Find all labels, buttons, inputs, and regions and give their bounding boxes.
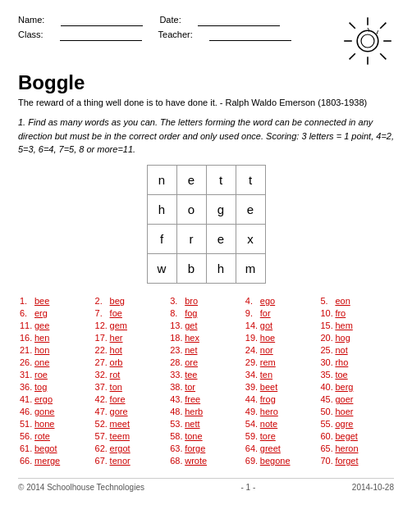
word-number: 62. xyxy=(95,443,110,453)
word-value: merge xyxy=(34,456,60,466)
word-number: 31. xyxy=(20,370,34,380)
word-number: 54. xyxy=(245,419,260,429)
page-title: Boggle xyxy=(18,71,394,94)
teacher-field[interactable] xyxy=(209,30,291,41)
word-value: ergo xyxy=(34,394,53,404)
word-value: hoe xyxy=(260,333,275,343)
word-value: rho xyxy=(335,357,348,367)
word-value: tee xyxy=(185,370,197,380)
word-number: 65. xyxy=(320,443,335,453)
word-number: 69. xyxy=(245,456,260,466)
word-number: 6. xyxy=(20,308,34,318)
word-value: begone xyxy=(260,456,291,466)
word-number: 41. xyxy=(20,394,34,404)
word-item: 45.goer xyxy=(318,393,394,405)
word-number: 68. xyxy=(170,456,185,466)
word-value: gone xyxy=(34,407,54,416)
word-value: hoer xyxy=(335,407,353,416)
word-number: 24. xyxy=(245,345,260,355)
word-value: forget xyxy=(335,456,358,466)
word-value: orb xyxy=(110,357,123,367)
word-item: 67.tenor xyxy=(94,455,169,466)
word-item: 32.rot xyxy=(94,369,169,380)
word-value: beet xyxy=(260,382,277,392)
word-number: 51. xyxy=(20,419,34,429)
word-item: 62.ergot xyxy=(94,443,169,454)
word-value: teem xyxy=(110,431,130,441)
word-item: 70.forget xyxy=(318,455,394,466)
word-item: 55.ogre xyxy=(318,418,394,430)
word-value: erg xyxy=(34,308,48,318)
word-value: goer xyxy=(335,394,353,404)
word-item: 57.teem xyxy=(94,430,169,442)
word-number: 30. xyxy=(320,357,335,367)
word-number: 5. xyxy=(320,296,335,306)
word-value: nett xyxy=(185,419,199,429)
word-item: 9.for xyxy=(244,307,319,319)
word-item: 50.hoer xyxy=(318,406,394,417)
word-number: 25. xyxy=(320,345,335,355)
word-item: 4.ego xyxy=(244,295,319,307)
word-number: 22. xyxy=(95,345,110,355)
word-value: free xyxy=(185,394,200,404)
word-item: 10.fro xyxy=(318,307,394,319)
word-number: 58. xyxy=(170,431,185,441)
word-number: 59. xyxy=(245,431,260,441)
word-number: 1. xyxy=(20,296,34,306)
word-number: 35. xyxy=(320,370,335,380)
word-item: 37.ton xyxy=(94,381,169,393)
word-item: 24.nor xyxy=(244,344,319,356)
word-item: 54.note xyxy=(244,418,319,430)
name-label: Name: xyxy=(18,15,44,26)
word-number: 63. xyxy=(170,443,185,453)
word-value: foe xyxy=(110,308,122,318)
word-item: 27.orb xyxy=(94,357,169,368)
word-number: 50. xyxy=(320,407,335,416)
word-item: 35.toe xyxy=(318,369,394,380)
grid-cell: h xyxy=(206,253,236,283)
word-number: 14. xyxy=(245,321,260,330)
word-item: 29.rem xyxy=(244,357,319,368)
date-field[interactable] xyxy=(198,15,280,26)
word-number: 3. xyxy=(170,296,185,306)
grid-cell: t xyxy=(236,165,265,194)
word-number: 55. xyxy=(320,419,335,429)
name-field[interactable] xyxy=(61,15,143,26)
word-item: 6.erg xyxy=(18,307,94,319)
word-item: 46.gone xyxy=(18,406,94,417)
word-number: 10. xyxy=(320,308,335,318)
word-number: 15. xyxy=(320,321,335,330)
word-item: 40.berg xyxy=(318,381,394,393)
word-item: 43.free xyxy=(168,393,244,405)
word-item: 65.heron xyxy=(318,443,394,454)
word-item: 25.not xyxy=(318,344,394,356)
word-value: tore xyxy=(260,431,276,441)
grid-cell: e xyxy=(206,224,236,253)
word-item: 60.beget xyxy=(318,430,394,442)
grid-cell: f xyxy=(147,224,176,253)
word-value: beg xyxy=(110,296,125,306)
word-value: ergot xyxy=(110,443,130,453)
word-item: 2.beg xyxy=(94,295,169,307)
word-value: ego xyxy=(260,296,275,306)
grid-cell: h xyxy=(147,194,176,224)
word-item: 7.foe xyxy=(94,307,169,319)
word-value: hot xyxy=(110,345,122,355)
word-number: 8. xyxy=(170,308,185,318)
svg-line-6 xyxy=(350,23,355,29)
word-value: greet xyxy=(260,443,281,453)
copyright: © 2014 Schoolhouse Technologies xyxy=(18,483,144,492)
word-item: 23.net xyxy=(168,344,244,356)
word-item: 11.gee xyxy=(18,320,94,331)
word-number: 16. xyxy=(20,333,34,343)
word-number: 7. xyxy=(95,308,110,318)
class-field[interactable] xyxy=(60,30,142,41)
word-value: hen xyxy=(34,333,49,343)
word-item: 48.herb xyxy=(168,406,244,417)
svg-line-7 xyxy=(380,53,386,59)
words-columns: 1.bee2.beg3.bro4.ego5.eon6.erg7.foe8.fog… xyxy=(18,295,394,466)
word-item: 41.ergo xyxy=(18,393,94,405)
word-number: 23. xyxy=(170,345,185,355)
word-number: 67. xyxy=(95,456,110,466)
grid-cell: m xyxy=(236,253,265,283)
